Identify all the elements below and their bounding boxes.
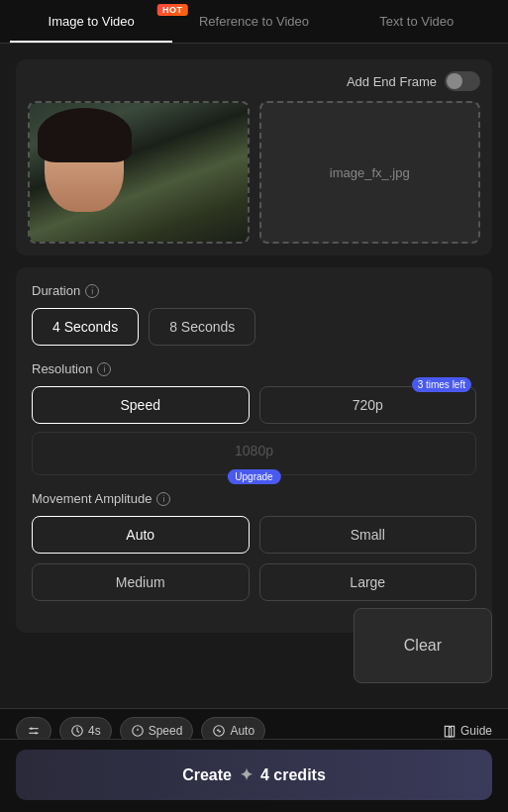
resolution-label: Resolution i [32, 361, 476, 376]
create-credits: 4 credits [260, 766, 326, 784]
book-icon [443, 724, 457, 738]
settings-icon [27, 724, 41, 738]
svg-point-3 [35, 732, 37, 734]
movement-label: Movement Amplitude i [32, 491, 476, 506]
empty-slot-label: image_fx_.jpg [330, 165, 410, 180]
add-end-frame-label: Add End Frame [347, 74, 437, 89]
resolution-section: Resolution i Speed 3 times left 720p 108… [32, 361, 476, 475]
resolution-row-1: Speed 3 times left 720p [32, 386, 476, 424]
movement-section: Movement Amplitude i Auto Small Medium L… [32, 491, 476, 601]
guide-button[interactable]: Guide [443, 724, 492, 738]
create-bar: Create ✦ 4 credits [0, 739, 508, 812]
auto-toolbar-label: Auto [230, 724, 254, 738]
movement-grid: Auto Small Medium Large [32, 516, 476, 601]
start-image-slot[interactable] [28, 101, 250, 244]
duration-info-icon[interactable]: i [85, 284, 99, 298]
uploaded-image [30, 103, 248, 242]
toggle-knob [447, 73, 462, 89]
clock-icon [70, 724, 84, 738]
movement-small-button[interactable]: Small [259, 516, 477, 554]
duration-section: Duration i 4 Seconds 8 Seconds [32, 283, 476, 346]
image-area: Add End Frame image_fx_.jpg [16, 59, 492, 255]
times-left-badge: 3 times left [412, 377, 471, 392]
tab-image-to-video[interactable]: Image to Video [10, 0, 172, 43]
add-end-frame-toggle[interactable] [445, 71, 480, 91]
duration-toolbar-label: 4s [88, 724, 101, 738]
duration-8s-button[interactable]: 8 Seconds [149, 308, 255, 346]
speed-icon [131, 724, 145, 738]
upgrade-badge: Upgrade [227, 469, 280, 484]
speed-button[interactable]: Speed [32, 386, 250, 424]
tab-text-to-video[interactable]: Text to Video [336, 0, 498, 43]
movement-large-button[interactable]: Large [259, 563, 477, 601]
header: Image to Video HOT Reference to Video Te… [0, 0, 508, 44]
guide-label: Guide [460, 724, 492, 738]
movement-auto-button[interactable]: Auto [32, 516, 250, 554]
image-slots: image_fx_.jpg [28, 101, 480, 244]
settings-panel: Duration i 4 Seconds 8 Seconds Resolutio… [16, 267, 492, 633]
movement-medium-button[interactable]: Medium [32, 563, 250, 601]
amplitude-icon [212, 724, 226, 738]
clear-button[interactable]: Clear [354, 608, 492, 683]
resolution-row-2: 1080p Upgrade [32, 432, 476, 475]
duration-4s-button[interactable]: 4 Seconds [32, 308, 139, 346]
1080p-button[interactable]: 1080p Upgrade [32, 432, 476, 475]
main-content: Add End Frame image_fx_.jpg Duration i [0, 44, 508, 633]
add-end-frame-row: Add End Frame [28, 71, 480, 91]
resolution-grid: Speed 3 times left 720p 1080p Upgrade [32, 386, 476, 475]
tab-reference-to-video[interactable]: Reference to Video [172, 0, 335, 43]
svg-point-2 [31, 728, 33, 730]
create-arrow-icon: ✦ [240, 765, 253, 784]
create-button[interactable]: Create ✦ 4 credits [16, 750, 492, 800]
clear-area: Clear [354, 608, 492, 683]
create-label: Create [182, 766, 232, 784]
duration-options: 4 Seconds 8 Seconds [32, 308, 476, 346]
speed-toolbar-label: Speed [149, 724, 183, 738]
movement-info-icon[interactable]: i [156, 492, 170, 506]
720p-button[interactable]: 3 times left 720p [259, 386, 477, 424]
resolution-info-icon[interactable]: i [97, 362, 111, 376]
duration-label: Duration i [32, 283, 476, 298]
tab-bar: Image to Video HOT Reference to Video Te… [10, 0, 498, 43]
hot-badge: HOT [157, 4, 188, 16]
end-image-slot[interactable]: image_fx_.jpg [259, 101, 481, 244]
